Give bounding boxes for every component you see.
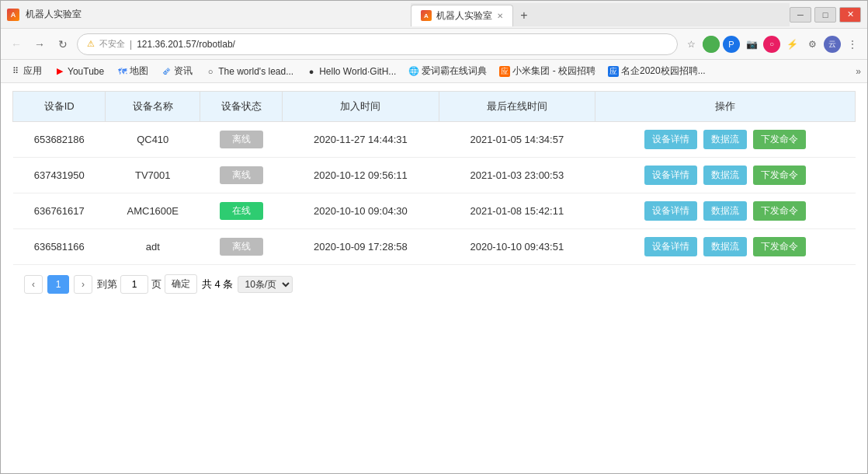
table-row: 636761617 AMC1600E 在线 2020-10-10 09:04:3… [13, 193, 856, 229]
forward-button[interactable]: → [30, 35, 49, 54]
detail-button[interactable]: 设备详情 [644, 166, 697, 185]
cell-actions: 设备详情 数据流 下发命令 [595, 122, 856, 158]
window-controls: ─ □ ✕ [790, 7, 861, 23]
pagination: ‹ 1 › 到第 页 确定 共 4 条 10条/页 20条/页 50条/页 [12, 265, 856, 303]
user-icon2[interactable]: ○ [763, 36, 780, 53]
bookmark-worlds[interactable]: ○ The world's lead... [202, 64, 297, 78]
cell-actions: 设备详情 数据流 下发命令 [595, 229, 856, 265]
cell-device-name: TV7001 [106, 158, 200, 193]
bookmark-helloworld[interactable]: ● Hello World·GitH... [303, 64, 399, 78]
bookmark-maps-label: 地图 [130, 64, 148, 78]
goto-page: 到第 页 确定 [97, 274, 197, 294]
globe-icon[interactable] [703, 36, 720, 53]
bookmark-youtube-label: YouTube [68, 66, 104, 77]
data-button[interactable]: 数据流 [703, 201, 747, 221]
data-button[interactable]: 数据流 [703, 130, 747, 149]
news-icon: 🗞 [161, 66, 172, 77]
warning-icon: ⚠ [87, 39, 95, 49]
page-size-select[interactable]: 10条/页 20条/页 50条/页 [238, 276, 293, 293]
avatar-icon[interactable]: 云 [824, 36, 841, 53]
prev-page-button[interactable]: ‹ [24, 275, 43, 294]
back-button[interactable]: ← [7, 35, 26, 54]
status-badge: 离线 [220, 166, 263, 184]
col-header-actions: 操作 [595, 92, 856, 122]
svg-point-0 [703, 36, 720, 53]
settings-icon[interactable]: ⚙ [804, 36, 821, 53]
next-page-button[interactable]: › [74, 275, 92, 294]
minimize-button[interactable]: ─ [790, 7, 811, 23]
command-button[interactable]: 下发命令 [753, 201, 806, 221]
new-tab-button[interactable]: + [513, 5, 535, 26]
page-input[interactable] [120, 275, 148, 294]
bookmark-enterprises-label: 名企2020校园招聘... [621, 64, 706, 78]
cell-device-id: 653682186 [13, 122, 106, 158]
bookmark-ciyun-label: 爱词霸在线词典 [422, 64, 487, 78]
bookmark-enterprises[interactable]: 应 名企2020校园招聘... [605, 63, 709, 79]
star-icon[interactable]: ☆ [682, 36, 700, 53]
camera-icon[interactable]: 📷 [743, 36, 760, 53]
addressbar: ← → ↻ ⚠ 不安全 | 121.36.201.57/robotlab/ ☆ … [1, 29, 867, 60]
helloworld-icon: ● [306, 66, 317, 77]
command-button[interactable]: 下发命令 [753, 166, 806, 185]
bookmark-ciyun[interactable]: 🌐 爱词霸在线词典 [405, 63, 490, 79]
browser-window: A 机器人实验室 A 机器人实验室 ✕ + ─ □ ✕ ← → ↻ ⚠ [0, 0, 868, 474]
main-content: 设备ID 设备名称 设备状态 加入时间 最后在线时间 操作 653682186 … [1, 83, 867, 473]
cell-device-name: QC410 [106, 122, 200, 158]
cell-last-online: 2021-01-08 15:42:11 [439, 193, 595, 229]
tab-close-button[interactable]: ✕ [497, 12, 503, 20]
bookmark-news[interactable]: 🗞 资讯 [158, 63, 196, 79]
col-header-name: 设备名称 [106, 92, 200, 122]
cell-device-id: 636581166 [13, 229, 106, 265]
address-box[interactable]: ⚠ 不安全 | 121.36.201.57/robotlab/ [77, 33, 678, 55]
command-button[interactable]: 下发命令 [753, 237, 806, 256]
refresh-button[interactable]: ↻ [54, 35, 72, 54]
bookmark-xiaomi[interactable]: 应 小米集团 - 校园招聘 [496, 63, 599, 79]
ciyun-icon: 🌐 [408, 66, 419, 77]
col-header-last-online: 最后在线时间 [439, 92, 595, 122]
table-header: 设备ID 设备名称 设备状态 加入时间 最后在线时间 操作 [13, 92, 856, 122]
browser-tab[interactable]: A 机器人实验室 ✕ [411, 5, 513, 26]
cell-device-status: 离线 [200, 158, 283, 193]
cell-join-time: 2020-10-10 09:04:30 [283, 193, 439, 229]
enterprises-icon: 应 [608, 66, 619, 77]
bookmark-apps[interactable]: ⠿ 应用 [7, 63, 45, 79]
close-button[interactable]: ✕ [839, 7, 861, 23]
maps-icon: 🗺 [116, 66, 127, 77]
cell-join-time: 2020-11-27 14:44:31 [283, 122, 439, 158]
cell-last-online: 2021-01-03 23:00:53 [439, 158, 595, 193]
tab-favicon: A [421, 10, 432, 21]
cell-actions: 设备详情 数据流 下发命令 [595, 158, 856, 193]
col-header-id: 设备ID [13, 92, 106, 122]
cell-device-name: adt [106, 229, 200, 265]
col-header-join-time: 加入时间 [283, 92, 439, 122]
command-button[interactable]: 下发命令 [753, 130, 806, 149]
bookmark-youtube[interactable]: ▶ YouTube [51, 64, 107, 78]
table-row: 637431950 TV7001 离线 2020-10-12 09:56:11 … [13, 158, 856, 193]
col-header-status: 设备状态 [200, 92, 283, 122]
bookmark-news-label: 资讯 [174, 64, 193, 78]
youtube-icon: ▶ [54, 66, 65, 77]
url-text: 121.36.201.57/robotlab/ [137, 39, 668, 50]
maximize-button[interactable]: □ [814, 7, 836, 23]
cell-device-id: 636761617 [13, 193, 106, 229]
security-warning-text: 不安全 [99, 38, 125, 50]
cell-device-status: 离线 [200, 122, 283, 158]
more-icon[interactable]: ⋮ [844, 36, 861, 53]
extension-icon[interactable]: ⚡ [783, 36, 800, 53]
detail-button[interactable]: 设备详情 [644, 201, 697, 221]
bookmark-maps[interactable]: 🗺 地图 [113, 63, 151, 79]
toolbar-icons: ☆ P 📷 ○ ⚡ ⚙ 云 ⋮ [682, 36, 861, 53]
separator: | [130, 39, 132, 50]
device-table: 设备ID 设备名称 设备状态 加入时间 最后在线时间 操作 653682186 … [12, 91, 856, 265]
cell-last-online: 2021-01-05 14:34:57 [439, 122, 595, 158]
profile-icon[interactable]: P [723, 36, 740, 53]
data-button[interactable]: 数据流 [703, 237, 747, 256]
detail-button[interactable]: 设备详情 [644, 237, 697, 256]
bookmarks-more-button[interactable]: » [856, 66, 861, 77]
current-page[interactable]: 1 [47, 275, 69, 294]
status-badge: 离线 [220, 238, 263, 256]
data-button[interactable]: 数据流 [703, 166, 747, 185]
page-total: 共 4 条 [202, 277, 233, 291]
goto-confirm-button[interactable]: 确定 [165, 274, 197, 294]
detail-button[interactable]: 设备详情 [644, 130, 697, 149]
